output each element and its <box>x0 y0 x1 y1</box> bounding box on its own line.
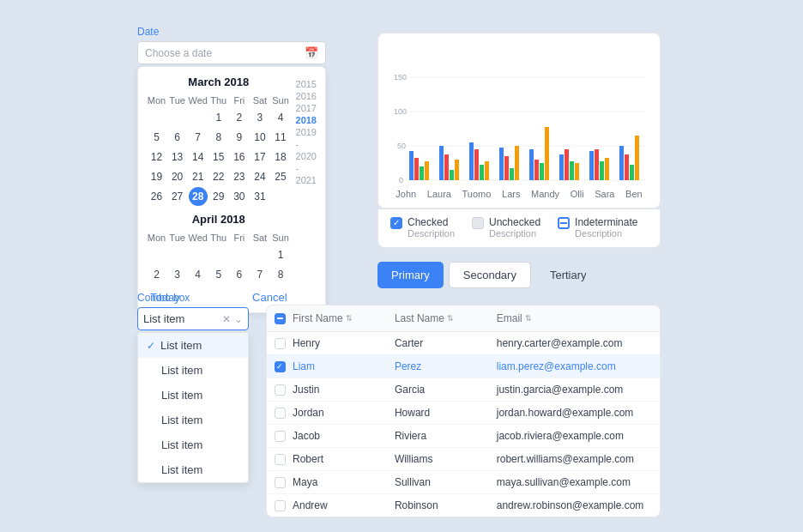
svg-rect-35 <box>605 158 609 180</box>
year-2021[interactable]: 2021 <box>296 175 317 185</box>
calendar-icon: 📅 <box>305 46 318 59</box>
checked-checkbox[interactable]: ✓ <box>390 217 402 229</box>
svg-rect-31 <box>575 163 579 180</box>
cal-cell[interactable]: 30 <box>230 187 249 206</box>
chart-label-tuomo: Tuomo <box>462 189 492 199</box>
combo-input[interactable]: List item ✕ ⌄ <box>137 307 249 330</box>
cal-cell[interactable]: 3 <box>251 108 269 127</box>
cal-cell[interactable]: 9 <box>230 128 249 147</box>
col-header-email: Email ⇅ <box>497 312 660 324</box>
date-input[interactable]: Choose a date 📅 <box>137 41 326 64</box>
cal-cell[interactable]: 13 <box>168 148 187 166</box>
combo-item-2[interactable]: ✓ List item <box>138 383 248 408</box>
cal-cell[interactable]: 4 <box>271 108 290 127</box>
svg-rect-13 <box>444 154 449 180</box>
secondary-button[interactable]: Secondary <box>449 262 531 288</box>
sort-icon[interactable]: ⇅ <box>447 314 454 323</box>
year-2019[interactable]: 2019 <box>296 127 317 137</box>
indeterminate-checkbox[interactable] <box>558 217 570 229</box>
cal-cell[interactable]: 19 <box>148 167 166 186</box>
row-checkbox[interactable] <box>275 454 286 465</box>
svg-rect-14 <box>450 170 454 180</box>
combo-item-0[interactable]: ✓ List item <box>138 333 248 358</box>
cal-cell[interactable] <box>189 108 208 127</box>
combo-item-3[interactable]: ✓ List item <box>138 408 248 432</box>
cal-cell[interactable]: 18 <box>271 148 290 166</box>
combo-item-4[interactable]: ✓ List item <box>138 432 248 457</box>
cal-cell[interactable]: 15 <box>209 148 228 166</box>
cal-cell[interactable]: 16 <box>230 148 249 166</box>
cal-cell[interactable]: 25 <box>271 167 290 186</box>
svg-rect-23 <box>515 146 519 180</box>
year-2017[interactable]: 2017 <box>296 103 317 113</box>
year-2015[interactable]: 2015 <box>296 79 317 89</box>
cancel-button[interactable]: Cancel <box>252 291 287 304</box>
sort-icon[interactable]: ⇅ <box>525 314 532 323</box>
unchecked-desc: Description <box>489 228 540 239</box>
row-checkbox[interactable]: ✓ <box>275 361 286 372</box>
cal-cell[interactable]: 11 <box>271 128 290 147</box>
row-checkbox[interactable] <box>275 500 286 511</box>
header-checkbox-cell[interactable] <box>267 312 293 324</box>
header-checkbox[interactable] <box>275 313 286 324</box>
unchecked-checkbox[interactable] <box>472 217 484 229</box>
table-row: Robert Williams robert.williams@example.… <box>267 448 660 471</box>
cell-email: liam.perez@example.com <box>497 360 660 372</box>
cal-cell[interactable]: 2 <box>230 108 249 127</box>
row-checkbox[interactable] <box>275 477 286 488</box>
sort-icon[interactable]: ⇅ <box>346 314 353 323</box>
cell-lastname: Riviera <box>395 430 497 442</box>
cal-cell[interactable]: 31 <box>251 187 269 206</box>
cal-cell[interactable]: 21 <box>189 167 208 186</box>
svg-text:150: 150 <box>394 73 407 82</box>
cal-cell[interactable]: 8 <box>209 128 228 147</box>
april-grid: Mon Tue Wed Thu Fri Sat Sun 1 2 3 4 5 6 … <box>147 231 291 284</box>
year-2016[interactable]: 2016 <box>296 91 317 101</box>
clear-icon[interactable]: ✕ <box>222 313 231 325</box>
cal-cell[interactable]: 12 <box>148 148 166 166</box>
chart-label-ben: Ben <box>625 189 643 199</box>
cal-cell[interactable] <box>271 187 290 206</box>
cal-cell[interactable] <box>168 108 187 127</box>
cal-cell[interactable] <box>148 108 166 127</box>
cal-cell[interactable]: 7 <box>189 128 208 147</box>
table-row: Jordan Howard jordan.howard@example.com <box>267 402 660 425</box>
cal-cell[interactable]: 24 <box>251 167 269 186</box>
row-checkbox[interactable] <box>275 338 286 349</box>
cal-cell[interactable]: 27 <box>168 187 187 206</box>
cal-cell[interactable]: 14 <box>189 148 208 166</box>
cal-cell-today[interactable]: 28 <box>189 187 208 206</box>
april-title: April 2018 <box>147 213 291 226</box>
chart-x-labels: John Laura Tuomo Lars Mandy Olli Sara Be… <box>390 189 648 199</box>
cell-email: maya.sullivan@example.com <box>497 476 660 488</box>
svg-rect-12 <box>439 146 444 180</box>
checkbox-unchecked: Unchecked Description <box>472 216 540 239</box>
combo-item-5[interactable]: ✓ List item <box>138 457 248 482</box>
cal-cell[interactable]: 6 <box>168 128 187 147</box>
year-2018[interactable]: 2018 <box>296 115 317 125</box>
checked-label: Checked <box>408 216 455 228</box>
svg-rect-8 <box>409 151 414 180</box>
combo-item-1[interactable]: ✓ List item <box>138 358 248 383</box>
cal-cell[interactable]: 26 <box>148 187 166 206</box>
row-checkbox[interactable] <box>275 408 286 419</box>
cal-cell[interactable]: 5 <box>148 128 166 147</box>
year-2020[interactable]: 2020 <box>296 151 317 161</box>
checkbox-checked: ✓ Checked Description <box>390 216 455 239</box>
cal-cell[interactable]: 17 <box>251 148 269 166</box>
cal-cell[interactable]: 29 <box>209 187 228 206</box>
day-header-sat: Sat <box>250 94 269 107</box>
chevron-down-icon[interactable]: ⌄ <box>234 313 243 325</box>
svg-rect-38 <box>630 165 634 180</box>
cal-cell[interactable]: 1 <box>209 108 228 127</box>
row-checkbox[interactable] <box>275 384 286 396</box>
cal-cell[interactable]: 20 <box>168 167 187 186</box>
cal-cell[interactable]: 23 <box>230 167 249 186</box>
table-row: Jacob Riviera jacob.riviera@example.com <box>267 425 660 448</box>
data-table: First Name ⇅ Last Name ⇅ Email ⇅ Henry C… <box>266 305 661 517</box>
tertiary-button[interactable]: Tertiary <box>536 262 601 288</box>
primary-button[interactable]: Primary <box>377 262 444 288</box>
row-checkbox[interactable] <box>275 431 286 442</box>
cal-cell[interactable]: 22 <box>209 167 228 186</box>
cal-cell[interactable]: 10 <box>251 128 269 147</box>
